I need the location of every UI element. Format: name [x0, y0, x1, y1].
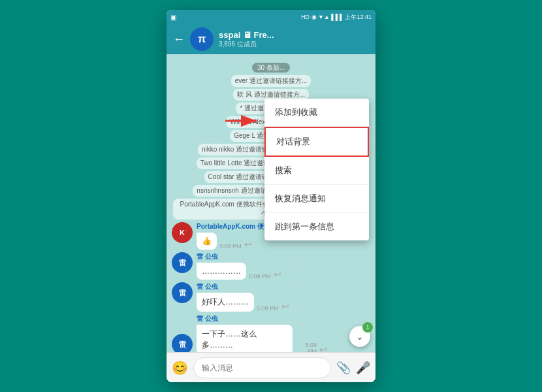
scroll-down-button[interactable]: ⌄ 1 [349, 326, 370, 347]
chat-header: ← π sspai 🖥 Fre... 3,896 位成员 [167, 24, 375, 54]
menu-item-restore-notifications[interactable]: 恢复消息通知 [264, 185, 369, 213]
unread-badge: 1 [362, 322, 373, 333]
phone-frame: ▣ HD ◉ ▼▲ ▌▌▌ 上午12:41 ← π sspai 🖥 Fre...… [167, 10, 375, 382]
header-avatar: π [190, 27, 214, 51]
chat-footer: 😊 📎 🎤 [167, 352, 375, 382]
group-name: sspai 🖥 Fre... [219, 30, 369, 40]
status-icon: ▣ [170, 14, 176, 21]
mic-button[interactable]: 🎤 [356, 361, 370, 375]
menu-item-search[interactable]: 搜索 [264, 157, 369, 185]
message-input[interactable] [193, 357, 331, 378]
msg-bubble-2: …………… [197, 263, 246, 280]
status-bar: ▣ HD ◉ ▼▲ ▌▌▌ 上午12:41 [167, 10, 375, 24]
member-count: 3,896 位成员 [219, 40, 369, 49]
dropdown-menu: 添加到收藏 对话背景 搜索 恢复消息通知 跳到第一条信息 [264, 99, 369, 240]
msg-bubble-3: 好吓人……… [197, 293, 254, 312]
menu-item-chat-background[interactable]: 对话背景 [264, 127, 369, 157]
msg-bubble-4: 一下子……这么多……… [197, 325, 293, 352]
chat-body: 30 条新... ever 通过邀请链接接方... 软 风 通过邀请链接方...… [167, 54, 375, 352]
signal-icons: HD ◉ ▼▲ ▌▌▌ [301, 14, 343, 20]
back-button[interactable]: ← [173, 33, 185, 46]
status-right: HD ◉ ▼▲ ▌▌▌ 上午12:41 [301, 13, 372, 22]
chevron-down-icon: ⌄ [356, 331, 364, 342]
attach-button[interactable]: 📎 [336, 361, 351, 375]
emoji-button[interactable]: 😊 [172, 360, 188, 376]
menu-item-jump-first[interactable]: 跳到第一条信息 [264, 213, 369, 240]
status-time: 上午12:41 [345, 13, 372, 22]
header-info: sspai 🖥 Fre... 3,896 位成员 [219, 30, 369, 49]
msg-bubble-1: 👍 [197, 233, 217, 250]
arrow-indicator [225, 112, 264, 133]
status-left: ▣ [170, 14, 176, 21]
menu-item-add-favorites[interactable]: 添加到收藏 [264, 99, 369, 127]
